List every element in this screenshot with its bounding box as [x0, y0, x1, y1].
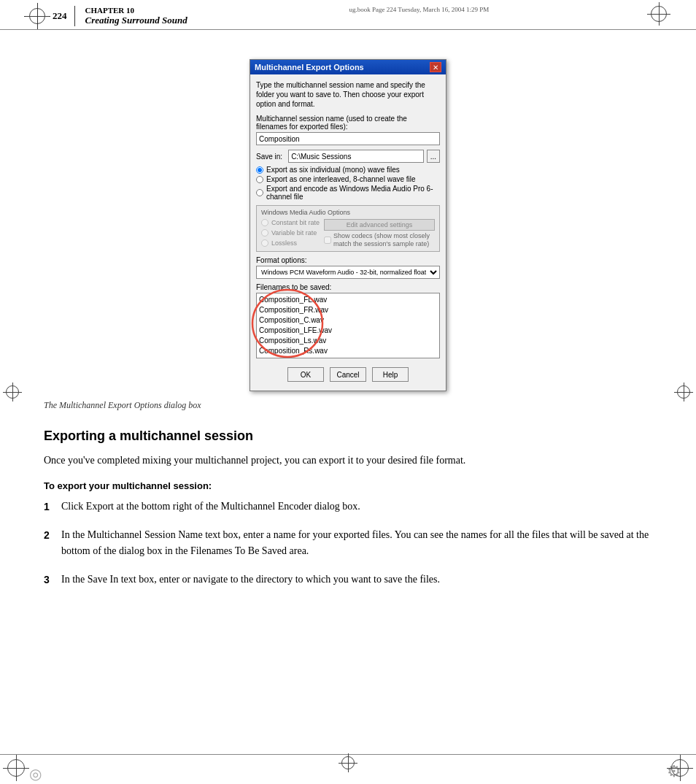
dialog-description: Type the multichannel session name and s…	[256, 80, 440, 109]
radio-item-1[interactable]: Export as six individual (mono) wave fil…	[256, 166, 440, 174]
filenames-section: Filenames to be saved: Composition_FL.wa…	[256, 283, 440, 358]
multichannel-export-dialog: Multichannel Export Options ✕ Type the m…	[250, 59, 446, 391]
main-content: Multichannel Export Options ✕ Type the m…	[0, 30, 696, 614]
section-heading: Exporting a multichannel session	[44, 428, 652, 444]
header-left: 224 CHAPTER 10 Creating Surround Sound	[29, 6, 187, 26]
wma-radio-lossless[interactable]: Lossless	[261, 239, 320, 247]
gear-decoration-br: ⚙	[667, 762, 681, 781]
mid-left-marker	[6, 385, 19, 399]
chapter-info: CHAPTER 10 Creating Surround Sound	[85, 6, 187, 26]
filename-ls: Composition_Ls.wav	[259, 336, 437, 346]
wma-lossless-label: Lossless	[271, 239, 297, 247]
radio-label-2: Export as one interleaved, 8-channel wav…	[266, 175, 416, 183]
wma-group-title: Windows Media Audio Options	[261, 209, 435, 216]
step-1-number: 1	[44, 499, 55, 515]
session-name-input[interactable]	[256, 132, 440, 145]
format-options-section: Format options: Windows PCM Waveform Aud…	[256, 256, 440, 279]
filename-c: Composition_C.wav	[259, 315, 437, 326]
procedure-label: To export your multichannel session:	[44, 480, 652, 491]
dialog-titlebar: Multichannel Export Options ✕	[250, 60, 446, 74]
format-select[interactable]: Windows PCM Waveform Audio - 32-bit, nor…	[256, 266, 440, 279]
step-3-text: In the Save In text box, enter or naviga…	[61, 572, 652, 588]
step-1-text: Click Export at the bottom right of the …	[61, 499, 652, 515]
save-in-label: Save in:	[256, 153, 282, 161]
step-3: 3 In the Save In text box, enter or navi…	[44, 572, 652, 588]
step-2-text: In the Multichannel Session Name text bo…	[61, 527, 652, 560]
wma-vbr-label: Variable bit rate	[271, 229, 317, 237]
chapter-title: Creating Surround Sound	[85, 15, 187, 26]
file-info: ug.book Page 224 Tuesday, March 16, 2004…	[349, 6, 490, 13]
filenames-label: Filenames to be saved:	[256, 283, 440, 291]
mid-bottom-marker	[341, 756, 355, 769]
step-1: 1 Click Export at the bottom right of th…	[44, 499, 652, 515]
radio-label-1: Export as six individual (mono) wave fil…	[266, 166, 400, 174]
page-number: 224	[53, 10, 67, 22]
export-options: Export as six individual (mono) wave fil…	[256, 166, 440, 201]
filename-fr: Composition_FR.wav	[259, 305, 437, 315]
radio-wma[interactable]	[256, 189, 263, 196]
dialog-caption: The Multichannel Export Options dialog b…	[44, 400, 652, 411]
header-divider	[74, 6, 75, 26]
filename-rs: Composition_Rs.wav	[259, 346, 437, 356]
step-2: 2 In the Multichannel Session Name text …	[44, 527, 652, 560]
gear-decoration-bl: ◎	[29, 765, 42, 783]
wma-radio-group: Constant bit rate Variable bit rate Loss…	[261, 219, 320, 248]
wma-checkbox-label: Show codecs (show most closely match the…	[333, 232, 435, 248]
corner-bl-decoration	[7, 759, 25, 777]
wma-checkbox[interactable]	[324, 237, 331, 244]
dialog-body: Type the multichannel session name and s…	[250, 74, 446, 391]
chapter-label: CHAPTER 10	[85, 6, 187, 15]
mid-right-marker	[677, 385, 690, 399]
radio-label-3: Export and encode as Windows Media Audio…	[266, 185, 440, 201]
session-name-label: Multichannel session name (used to creat…	[256, 115, 440, 131]
help-button[interactable]: Help	[372, 367, 409, 382]
step-3-number: 3	[44, 572, 55, 588]
browse-button[interactable]: ...	[427, 150, 440, 163]
wma-cbr-label: Constant bit rate	[271, 219, 320, 226]
wma-checkbox-row: Show codecs (show most closely match the…	[324, 232, 435, 248]
filename-fl: Composition_FL.wav	[259, 295, 437, 305]
radio-interleaved[interactable]	[256, 176, 263, 183]
filenames-list: Composition_FL.wav Composition_FR.wav Co…	[256, 293, 440, 358]
page-header: 224 CHAPTER 10 Creating Surround Sound u…	[0, 0, 696, 30]
cancel-button[interactable]: Cancel	[330, 367, 366, 382]
ok-button[interactable]: OK	[287, 367, 324, 382]
wma-right-options: Edit advanced settings Show codecs (show…	[324, 219, 435, 248]
radio-item-3[interactable]: Export and encode as Windows Media Audio…	[256, 185, 440, 201]
save-in-row: Save in: ...	[256, 150, 440, 163]
step-2-number: 2	[44, 527, 55, 560]
dialog-buttons: OK Cancel Help	[256, 364, 440, 385]
wma-options-group: Windows Media Audio Options Constant bit…	[256, 205, 440, 252]
edit-advanced-btn[interactable]: Edit advanced settings	[324, 219, 435, 231]
dialog-close-button[interactable]: ✕	[430, 62, 441, 72]
radio-item-2[interactable]: Export as one interleaved, 8-channel wav…	[256, 175, 440, 183]
save-in-input[interactable]	[288, 150, 424, 163]
radio-individual[interactable]	[256, 166, 263, 174]
wma-radio-cbr[interactable]: Constant bit rate	[261, 219, 320, 226]
dialog-title: Multichannel Export Options	[255, 63, 364, 72]
format-label: Format options:	[256, 256, 440, 264]
wma-radio-vbr[interactable]: Variable bit rate	[261, 229, 320, 237]
filename-lfe: Composition_LFE.wav	[259, 326, 437, 336]
intro-text: Once you've completed mixing your multic…	[44, 453, 652, 469]
dialog-screenshot: Multichannel Export Options ✕ Type the m…	[44, 59, 652, 391]
